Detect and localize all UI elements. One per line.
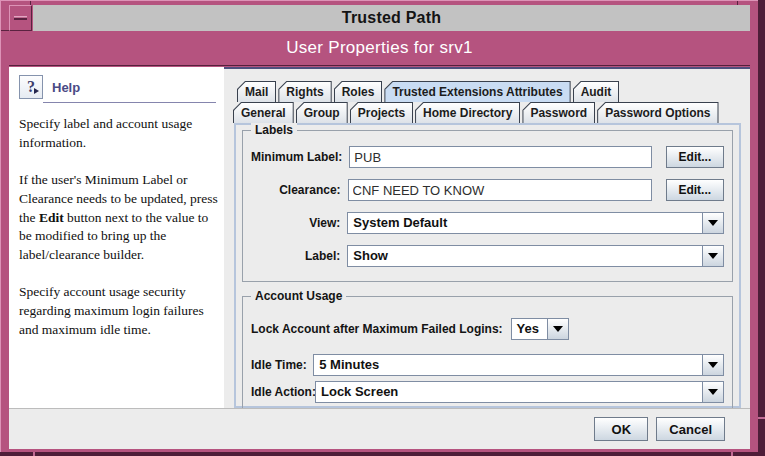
idle-time-dropdown[interactable]: 5 Minutes — [313, 354, 724, 376]
tab-row-1: Mail Rights Roles Trusted Extensions Att… — [237, 81, 721, 102]
ok-button[interactable]: OK — [594, 417, 648, 441]
idle-time-caption: Idle Time: — [251, 358, 313, 372]
window-frame: Trusted Path User Properties for srv1 ? … — [0, 0, 758, 452]
account-usage-group: Account Usage Lock Account after Maximum… — [242, 296, 733, 415]
labels-group: Labels Minimum Label: Edit... Clearance:… — [242, 130, 733, 282]
idle-action-dropdown-button[interactable] — [702, 382, 723, 402]
clearance-edit-button[interactable]: Edit... — [666, 179, 724, 201]
frame-notch — [33, 452, 35, 456]
lock-account-caption: Lock Account after Maximum Failed Logins… — [251, 322, 503, 336]
chevron-down-icon — [708, 362, 718, 368]
view-caption: View: — [251, 216, 340, 230]
clearance-caption: Clearance: — [251, 183, 341, 197]
tab-mail[interactable]: Mail — [237, 81, 276, 102]
frame-notch — [731, 452, 733, 456]
dialog-content: ? Help Specify label and account usage i… — [9, 67, 750, 408]
tab-label: Mail — [238, 82, 275, 102]
window-menu-icon — [14, 16, 27, 20]
idle-time-row: Idle Time: 5 Minutes — [251, 354, 724, 376]
dialog-subtitle: User Properties for srv1 — [286, 38, 473, 58]
tab-rights[interactable]: Rights — [278, 81, 331, 102]
view-row: View: System Default — [251, 212, 724, 234]
labels-group-title: Labels — [251, 123, 297, 137]
frame-notch — [1, 30, 9, 31]
tab-label: General — [234, 103, 293, 123]
chevron-down-icon — [708, 253, 718, 259]
tab-general[interactable]: General — [233, 102, 294, 123]
chevron-down-icon — [708, 389, 718, 395]
label-caption: Label: — [251, 249, 340, 263]
tab-trusted-extensions-attributes[interactable]: Trusted Extensions Attributes — [384, 81, 570, 102]
tab-content-panel: Labels Minimum Label: Edit... Clearance:… — [234, 123, 741, 408]
tab-label: Group — [297, 103, 347, 123]
tab-roles[interactable]: Roles — [334, 81, 383, 102]
label-row: Label: Show — [251, 245, 724, 267]
lock-account-row: Lock Account after Maximum Failed Logins… — [251, 318, 724, 340]
chevron-down-icon — [708, 220, 718, 226]
trusted-path-window: Trusted Path User Properties for srv1 ? … — [0, 0, 765, 456]
clearance-row: Clearance: Edit... — [251, 179, 724, 201]
tab-label: Password — [523, 103, 594, 123]
button-bar: OK Cancel — [9, 408, 750, 449]
label-dropdown-button[interactable] — [702, 246, 723, 266]
tab-strip: Mail Rights Roles Trusted Extensions Att… — [237, 81, 721, 123]
idle-action-dropdown[interactable]: Lock Screen — [315, 381, 724, 403]
label-dropdown[interactable]: Show — [347, 245, 724, 267]
tab-label: Roles — [335, 82, 382, 102]
help-paragraph: Specify account usage security regarding… — [19, 283, 218, 340]
label-dropdown-value: Show — [348, 246, 702, 266]
lock-account-dropdown[interactable]: Yes — [511, 318, 569, 340]
tab-label: Trusted Extensions Attributes — [385, 82, 569, 102]
dialog-header: User Properties for srv1 — [9, 31, 750, 66]
tab-home-directory[interactable]: Home Directory — [415, 102, 520, 123]
help-title: Help — [52, 80, 80, 95]
minimum-label-row: Minimum Label: Edit... — [251, 146, 724, 168]
help-button[interactable]: ? — [19, 75, 43, 99]
minimum-label-caption: Minimum Label: — [251, 150, 342, 164]
tab-password[interactable]: Password — [522, 102, 595, 123]
account-usage-group-title: Account Usage — [251, 289, 346, 303]
view-dropdown[interactable]: System Default — [347, 212, 724, 234]
help-paragraph: Specify label and account usage informat… — [19, 115, 218, 153]
help-paragraph: If the user's Minimum Label or Clearance… — [19, 171, 218, 265]
tab-audit[interactable]: Audit — [573, 81, 620, 102]
help-panel: ? Help Specify label and account usage i… — [9, 67, 224, 408]
tab-label: Projects — [351, 103, 412, 123]
help-divider — [43, 102, 216, 103]
tab-label: Home Directory — [416, 103, 519, 123]
view-dropdown-button[interactable] — [702, 213, 723, 233]
help-text-bold: Edit — [39, 210, 64, 225]
tab-projects[interactable]: Projects — [350, 102, 413, 123]
tab-row-2: General Group Projects Home Directory Pa… — [233, 102, 721, 123]
idle-time-dropdown-value: 5 Minutes — [314, 355, 702, 375]
clearance-field[interactable] — [348, 179, 652, 201]
tab-label: Password Options — [598, 103, 717, 123]
tab-group[interactable]: Group — [296, 102, 348, 123]
frame-notch — [758, 417, 765, 419]
minimum-label-field[interactable] — [349, 146, 651, 168]
idle-action-caption: Idle Action: — [251, 385, 315, 399]
tab-password-options[interactable]: Password Options — [597, 102, 718, 123]
help-header: ? Help — [19, 75, 218, 99]
idle-action-dropdown-value: Lock Screen — [316, 382, 702, 402]
view-dropdown-value: System Default — [348, 213, 702, 233]
idle-time-dropdown-button[interactable] — [702, 355, 723, 375]
minimum-label-edit-button[interactable]: Edit... — [666, 146, 724, 168]
lock-account-dropdown-value: Yes — [512, 319, 547, 339]
attributes-panel: Mail Rights Roles Trusted Extensions Att… — [224, 67, 750, 408]
window-menu-button[interactable] — [9, 5, 32, 31]
tab-label: Rights — [279, 82, 330, 102]
lock-account-dropdown-button[interactable] — [547, 319, 568, 339]
help-pointer-icon — [34, 88, 39, 94]
cancel-button[interactable]: Cancel — [656, 417, 725, 441]
tab-label: Audit — [574, 82, 619, 102]
idle-action-row: Idle Action: Lock Screen — [251, 381, 724, 403]
chevron-down-icon — [553, 326, 563, 332]
titlebar[interactable]: Trusted Path — [33, 5, 750, 31]
window-title: Trusted Path — [342, 9, 441, 27]
